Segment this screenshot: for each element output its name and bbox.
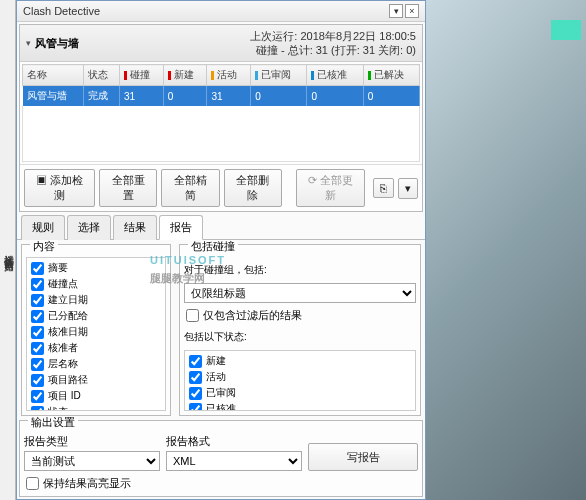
include-legend: 包括碰撞 bbox=[188, 240, 238, 254]
col-header[interactable]: 活动 bbox=[207, 65, 251, 86]
grid-empty-area bbox=[22, 106, 420, 162]
status-checklist[interactable]: 新建活动已审阅已核准已解决 bbox=[184, 350, 416, 411]
report-format-select[interactable]: XML bbox=[166, 451, 302, 471]
content-item[interactable]: 建立日期 bbox=[29, 292, 163, 308]
test-header[interactable]: ▾ 风管与墙 上次运行: 2018年8月22日 18:00:5 碰撞 - 总计:… bbox=[20, 25, 422, 62]
pin-icon[interactable]: ▾ bbox=[389, 4, 403, 18]
col-header[interactable]: 状态 bbox=[83, 65, 119, 86]
content-item[interactable]: 摘要 bbox=[29, 260, 163, 276]
content-item[interactable]: 项目 ID bbox=[29, 388, 163, 404]
clash-group-select[interactable]: 仅限组标题 bbox=[184, 283, 416, 303]
content-legend: 内容 bbox=[30, 240, 58, 254]
test-name: 风管与墙 bbox=[35, 36, 250, 51]
col-header[interactable]: 碰撞 bbox=[119, 65, 163, 86]
content-item[interactable]: 碰撞点 bbox=[29, 276, 163, 292]
content-item[interactable]: 状态 bbox=[29, 404, 163, 411]
condense-all-button[interactable]: 全部精简 bbox=[161, 169, 219, 207]
content-item[interactable]: 核准日期 bbox=[29, 324, 163, 340]
test-section: ▾ 风管与墙 上次运行: 2018年8月22日 18:00:5 碰撞 - 总计:… bbox=[19, 24, 423, 212]
content-item[interactable]: 核准者 bbox=[29, 340, 163, 356]
col-header[interactable]: 已解决 bbox=[363, 65, 419, 86]
refresh-all-button[interactable]: ⟳ 全部更新 bbox=[296, 169, 365, 207]
add-test-button[interactable]: ▣ 添加检测 bbox=[24, 169, 95, 207]
report-type-select[interactable]: 当前测试 bbox=[24, 451, 160, 471]
report-body: 内容 摘要碰撞点建立日期已分配给核准日期核准者层名称项目路径项目 ID状态距离说… bbox=[17, 240, 425, 418]
3d-viewport[interactable] bbox=[426, 0, 586, 500]
reset-all-button[interactable]: 全部重置 bbox=[99, 169, 157, 207]
col-header[interactable]: 已审阅 bbox=[251, 65, 307, 86]
tests-toolbar: ▣ 添加检测 全部重置 全部精简 全部删除 ⟳ 全部更新 ⎘ ▾ bbox=[20, 164, 422, 211]
status-item[interactable]: 新建 bbox=[187, 353, 413, 369]
tab-报告[interactable]: 报告 bbox=[159, 215, 203, 240]
table-row[interactable]: 风管与墙完成31031000 bbox=[23, 86, 420, 107]
status-item[interactable]: 已核准 bbox=[187, 401, 413, 411]
content-checklist[interactable]: 摘要碰撞点建立日期已分配给核准日期核准者层名称项目路径项目 ID状态距离说明注释… bbox=[26, 257, 166, 411]
titlebar: Clash Detective ▾ × bbox=[17, 1, 425, 22]
export-button[interactable]: ⎘ bbox=[373, 178, 393, 198]
filtered-checkbox[interactable]: 仅包含过滤后的结果 bbox=[184, 307, 416, 324]
content-item[interactable]: 已分配给 bbox=[29, 308, 163, 324]
clash-detective-panel: Clash Detective ▾ × ▾ 风管与墙 上次运行: 2018年8月… bbox=[16, 0, 426, 500]
report-format-label: 报告格式 bbox=[166, 434, 302, 449]
status-item[interactable]: 已审阅 bbox=[187, 385, 413, 401]
grid-header-row: 名称状态碰撞新建活动已审阅已核准已解决 bbox=[23, 65, 420, 86]
content-item[interactable]: 层名称 bbox=[29, 356, 163, 372]
write-report-button[interactable]: 写报告 bbox=[308, 443, 418, 471]
export-dropdown-icon[interactable]: ▾ bbox=[398, 178, 418, 199]
content-item[interactable]: 项目路径 bbox=[29, 372, 163, 388]
tab-规则[interactable]: 规则 bbox=[21, 215, 65, 240]
status-legend: 包括以下状态: bbox=[184, 328, 416, 346]
delete-all-button[interactable]: 全部删除 bbox=[224, 169, 282, 207]
status-item[interactable]: 活动 bbox=[187, 369, 413, 385]
chevron-down-icon: ▾ bbox=[26, 38, 31, 48]
col-header[interactable]: 名称 bbox=[23, 65, 84, 86]
tests-grid: 名称状态碰撞新建活动已审阅已核准已解决 风管与墙完成31031000 bbox=[20, 62, 422, 164]
keep-highlight-checkbox[interactable]: 保持结果高亮显示 bbox=[24, 475, 418, 492]
test-meta: 上次运行: 2018年8月22日 18:00:5 碰撞 - 总计: 31 (打开… bbox=[250, 29, 416, 57]
dock-tabs[interactable]: 选择树 集合 剪贴画 bbox=[0, 0, 16, 500]
col-header[interactable]: 已核准 bbox=[307, 65, 363, 86]
tab-结果[interactable]: 结果 bbox=[113, 215, 157, 240]
tab-选择[interactable]: 选择 bbox=[67, 215, 111, 240]
col-header[interactable]: 新建 bbox=[163, 65, 207, 86]
clash-group-label: 对于碰撞组，包括: bbox=[184, 261, 416, 279]
output-section: 输出设置 报告类型 当前测试 报告格式 XML 写报告 保持结果高亮显示 bbox=[19, 420, 423, 497]
window-title: Clash Detective bbox=[23, 5, 387, 17]
tab-bar: 规则选择结果报告 bbox=[17, 214, 425, 240]
close-icon[interactable]: × bbox=[405, 4, 419, 18]
report-type-label: 报告类型 bbox=[24, 434, 160, 449]
